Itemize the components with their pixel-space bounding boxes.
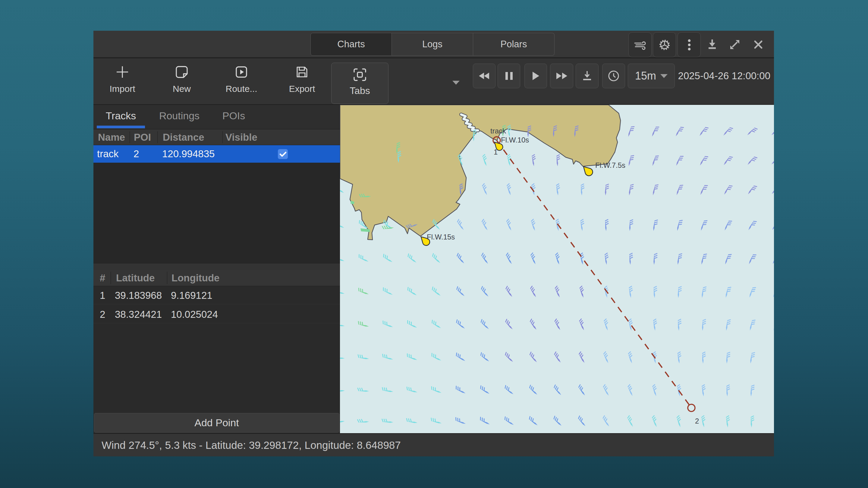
svg-text:Fl.W.7.5s: Fl.W.7.5s: [595, 161, 625, 169]
svg-text:track: track: [490, 127, 506, 135]
svg-text:Fl.W.10s: Fl.W.10s: [501, 136, 529, 144]
svg-text:2: 2: [695, 417, 699, 425]
svg-text:Fl.W.15s: Fl.W.15s: [427, 233, 455, 241]
